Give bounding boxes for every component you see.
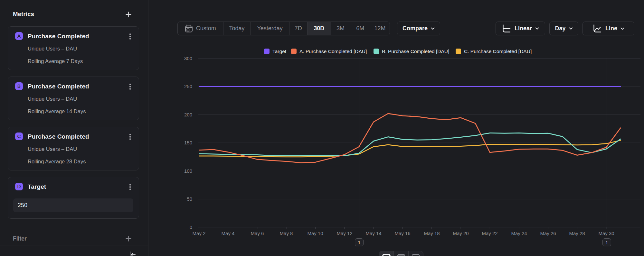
svg-text:May 16: May 16 [394,231,410,236]
svg-text:May 14: May 14 [365,231,381,236]
svg-text:May 20: May 20 [453,231,469,236]
svg-text:May 8: May 8 [280,231,293,236]
svg-text:May 28: May 28 [569,231,585,236]
svg-text:200: 200 [184,112,192,117]
svg-text:100: 100 [184,168,192,174]
svg-text:May 22: May 22 [482,231,497,236]
svg-text:May 6: May 6 [251,231,264,236]
svg-text:May 4: May 4 [222,231,235,236]
svg-text:150: 150 [184,140,192,145]
svg-text:0: 0 [190,224,192,230]
svg-text:May 10: May 10 [307,231,323,236]
svg-text:May 18: May 18 [424,231,440,236]
svg-text:50: 50 [187,196,192,202]
svg-text:May 2: May 2 [193,231,206,236]
svg-text:May 30: May 30 [598,231,614,236]
svg-text:May 24: May 24 [511,231,527,236]
svg-text:250: 250 [184,84,192,89]
svg-text:May 12: May 12 [336,231,352,236]
svg-text:May 26: May 26 [540,231,556,236]
svg-text:300: 300 [184,56,192,61]
